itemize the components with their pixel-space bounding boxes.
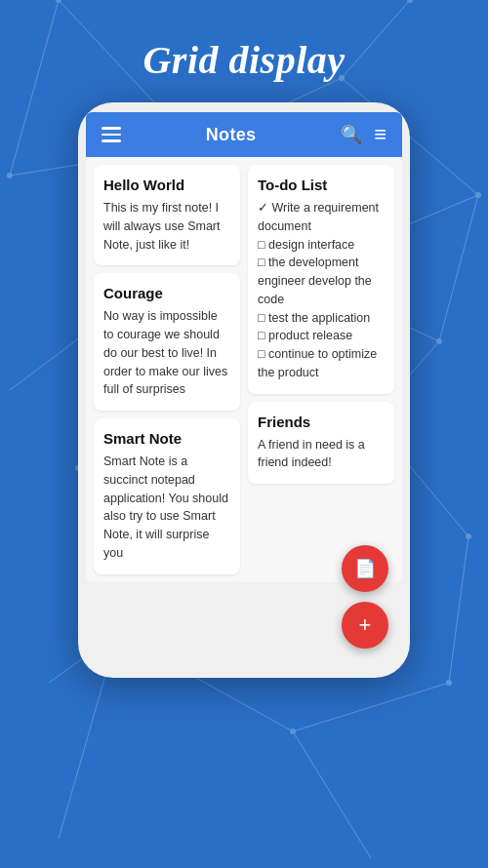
page-title: Grid display (0, 0, 488, 102)
svg-line-20 (449, 536, 468, 683)
note-card-todo[interactable]: To-do List ✓ Write a requirement documen… (248, 165, 394, 394)
filter-icon[interactable]: ≡ (374, 122, 386, 147)
svg-line-8 (439, 195, 478, 341)
note-card-friends[interactable]: Friends A friend in need is a friend ind… (248, 402, 394, 485)
note-card-smart-note[interactable]: Smart Note Smart Note is a succinct note… (94, 418, 240, 574)
svg-line-21 (293, 683, 449, 731)
note-title: Courage (103, 285, 230, 301)
app-bar-icons: 🔍 ≡ (341, 122, 386, 147)
new-note-fab[interactable]: 📄 (342, 545, 388, 592)
note-title: Smart Note (103, 430, 230, 447)
svg-point-29 (7, 173, 13, 178)
note-body: A friend in need is a friend indeed! (258, 436, 385, 473)
note-body: Smart Note is a succinct notepad applica… (103, 453, 230, 563)
note-card-hello-world[interactable]: Hello World This is my first note! I wil… (94, 165, 240, 265)
menu-icon[interactable] (102, 127, 121, 142)
svg-line-23 (293, 731, 371, 858)
note-title: Hello World (103, 177, 230, 193)
svg-point-28 (475, 192, 481, 198)
svg-point-38 (446, 680, 452, 686)
document-icon: 📄 (354, 558, 376, 579)
app-bar: Notes 🔍 ≡ (86, 112, 402, 157)
notes-grid: Hello World This is my first note! I wil… (86, 157, 402, 582)
note-body: This is my first note! I will always use… (103, 199, 230, 254)
phone-shell: Notes 🔍 ≡ Hello World This is my first n… (78, 102, 410, 678)
app-bar-title: Notes (206, 125, 257, 145)
svg-point-36 (466, 533, 471, 539)
add-fab[interactable]: + (342, 602, 388, 649)
note-card-courage[interactable]: Courage No way is impossible to courage … (94, 273, 240, 411)
note-title: Friends (258, 414, 385, 430)
note-body: ✓ Write a requirement document □ design … (258, 199, 385, 382)
note-title: To-do List (258, 177, 385, 193)
plus-icon: + (359, 612, 372, 638)
search-icon[interactable]: 🔍 (341, 124, 362, 145)
fab-container: 📄 + (342, 545, 388, 649)
svg-point-32 (436, 338, 442, 344)
svg-point-39 (290, 729, 296, 734)
note-body: No way is impossible to courage we shoul… (103, 307, 230, 399)
